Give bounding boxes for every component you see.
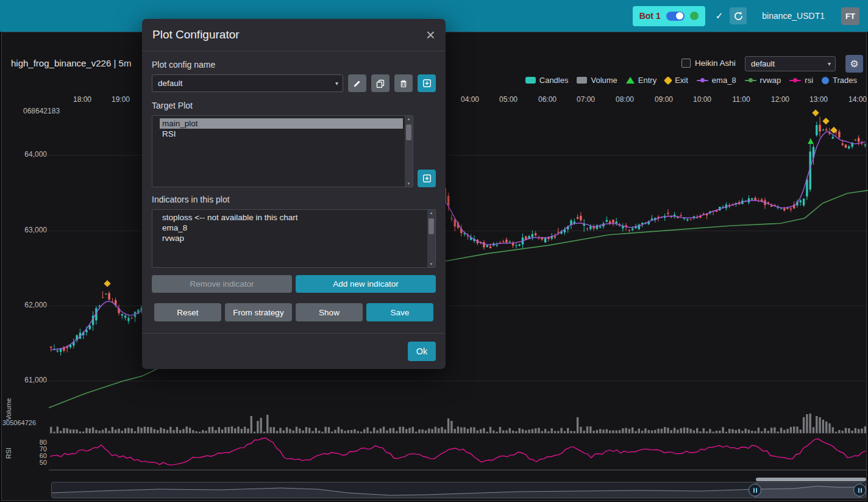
online-check-icon: ✓ (716, 10, 724, 21)
edit-config-button[interactable] (348, 74, 366, 92)
x-axis-label: 08:00 (611, 95, 639, 104)
from-strategy-button[interactable]: From strategy (225, 303, 292, 321)
active-bot-name: binance_USDT1 (762, 11, 825, 21)
config-name-select[interactable]: default ▾ (152, 74, 343, 92)
duplicate-config-button[interactable] (371, 74, 390, 92)
indicator-option[interactable]: rvwap (160, 233, 425, 243)
save-button[interactable]: Save (366, 303, 433, 321)
legend-label: Candles (539, 76, 569, 85)
heikin-ashi-control[interactable]: Heikin Ashi (681, 59, 736, 68)
add-new-indicator-button[interactable]: Add new indicator (296, 275, 436, 293)
legend-item-rvwap[interactable]: rvwap (745, 76, 781, 85)
legend-item-candles[interactable]: Candles (525, 76, 569, 85)
x-axis-label: 19:00 (107, 95, 135, 104)
legend-item-entry[interactable]: Entry (626, 76, 656, 85)
scroll-down-icon[interactable]: ▼ (405, 182, 413, 185)
legend-label: Entry (638, 76, 656, 85)
config-row: default ▾ (152, 74, 436, 92)
y-axis-label: 64,000 (3, 150, 47, 159)
chart-title: high_frog_binance_v226 | 5m (11, 58, 131, 68)
scroll-up-icon[interactable]: ▲ (405, 117, 413, 121)
legend-item-volume[interactable]: Volume (577, 76, 617, 85)
x-axis-label: 11:00 (727, 95, 755, 104)
scroll-up-icon[interactable]: ▲ (427, 211, 435, 215)
delete-config-button[interactable] (394, 74, 413, 92)
x-axis-label: 13:00 (805, 95, 833, 104)
volume-swatch-icon (577, 77, 587, 84)
add-plot-button[interactable] (418, 170, 436, 187)
legend-item-ema_8[interactable]: ema_8 (697, 76, 736, 85)
chart-legend: CandlesVolumeEntryExitema_8rvwaprsiTrade… (525, 76, 857, 85)
rsi-axis-title: RSI (5, 435, 12, 472)
volume-axis-title: Volume (5, 391, 12, 428)
scrollbar-thumb[interactable] (429, 218, 434, 234)
heikin-ashi-checkbox[interactable] (681, 59, 691, 68)
listbox-scrollbar[interactable]: ▲ ▼ (405, 116, 413, 187)
legend-item-rsi[interactable]: rsi (789, 76, 813, 85)
legend-label: ema_8 (712, 76, 736, 85)
copy-icon (376, 79, 385, 88)
x-axis-label: 12:00 (766, 95, 794, 104)
navigator-handle-left[interactable] (749, 484, 761, 497)
target-plot-label: Target Plot (152, 101, 436, 110)
y-axis-label: 62,000 (3, 301, 47, 309)
show-button[interactable]: Show (296, 303, 363, 321)
target-plot-option[interactable]: main_plot (160, 118, 403, 129)
x-axis-label: 07:00 (572, 95, 600, 104)
plot-configurator-modal: Plot Configurator × Plot config name def… (142, 19, 446, 369)
x-axis-label: 05:00 (494, 95, 522, 104)
plot-config-name-label: Plot config name (152, 60, 436, 70)
freqtrade-logo[interactable]: FT (841, 7, 859, 25)
listbox-scrollbar[interactable]: ▲ ▼ (427, 210, 435, 267)
target-plot-listbox[interactable]: main_plotRSI ▲ ▼ (152, 115, 413, 187)
indicators-listbox[interactable]: stoploss <-- not available in this chart… (152, 209, 436, 268)
x-axis-label: 14:00 (844, 95, 868, 104)
horizontal-scrollbar[interactable] (756, 478, 866, 481)
heikin-ashi-label: Heikin Ashi (695, 59, 736, 68)
ok-button[interactable]: Ok (408, 342, 436, 361)
legend-label: rvwap (760, 76, 781, 85)
navigator-handle-right[interactable] (853, 484, 866, 497)
refresh-icon (733, 11, 744, 21)
indicator-option[interactable]: stoploss <-- not available in this chart (160, 212, 425, 223)
x-axis-label: 04:00 (456, 95, 484, 104)
navigator-selected-range[interactable] (755, 482, 862, 498)
chart-navigator[interactable] (51, 482, 866, 498)
scroll-down-icon[interactable]: ▼ (427, 262, 435, 266)
scrollbar-thumb[interactable] (406, 124, 411, 140)
plus-square-icon (422, 174, 432, 183)
legend-label: Trades (833, 76, 857, 85)
gear-icon: ⚙ (850, 58, 858, 70)
legend-label: rsi (805, 76, 813, 85)
config-actions-row: Reset From strategy Show Save (152, 303, 436, 321)
bot-status-dot (690, 12, 699, 20)
ema_8-swatch-icon (697, 77, 708, 84)
rsi-swatch-icon (789, 77, 801, 84)
plot-settings-button[interactable]: ⚙ (845, 55, 863, 73)
chevron-down-icon: ▾ (335, 80, 338, 87)
modal-header: Plot Configurator × (142, 19, 446, 51)
indicator-buttons-row: Remove indicator Add new indicator (152, 275, 436, 293)
plot-config-select[interactable]: default ▾ (745, 56, 836, 71)
close-icon[interactable]: × (426, 29, 435, 40)
pencil-icon (353, 79, 361, 88)
x-axis-label: 06:00 (533, 95, 561, 104)
navigator-preview (52, 482, 866, 498)
bot-toggle[interactable] (666, 12, 685, 21)
target-plot-option[interactable]: RSI (160, 129, 403, 139)
plot-config-select-value: default (751, 59, 775, 68)
config-name-value: default (158, 79, 183, 88)
chevron-down-icon: ▾ (828, 60, 831, 67)
reset-button[interactable]: Reset (154, 303, 221, 321)
legend-label: Volume (591, 76, 617, 85)
legend-item-exit[interactable]: Exit (665, 76, 688, 85)
bot-selector[interactable]: Bot 1 (633, 6, 705, 26)
x-axis-label: 09:00 (650, 95, 678, 104)
indicator-option[interactable]: ema_8 (160, 223, 425, 233)
plus-square-icon (422, 79, 432, 88)
add-config-button[interactable] (418, 74, 436, 92)
legend-item-trades[interactable]: Trades (822, 76, 857, 85)
remove-indicator-button[interactable]: Remove indicator (152, 275, 292, 293)
refresh-button[interactable] (730, 7, 747, 24)
rsi-axis-label: 50 (20, 459, 47, 466)
